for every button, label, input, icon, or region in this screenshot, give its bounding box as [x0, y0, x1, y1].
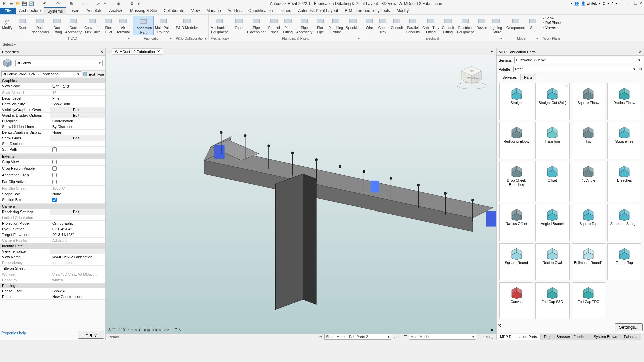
part-drop-cheek-breeches[interactable]: Drop Cheek Breeches — [499, 161, 533, 202]
close-icon[interactable]: ✕ — [100, 50, 103, 54]
prop-row[interactable]: Graphic Display OptionsEdit... — [0, 113, 105, 118]
properties-help-link[interactable]: Properties help — [1, 331, 78, 339]
prop-row[interactable]: Title on Sheet — [0, 266, 105, 272]
expand-icon[interactable]: ▾ — [489, 49, 495, 54]
menu-issues[interactable]: Issues — [276, 7, 295, 15]
ribbon-duct-accessory[interactable]: DuctAccessory — [64, 16, 83, 35]
prop-row[interactable]: Detail LevelFine — [0, 96, 105, 101]
prop-row[interactable]: Annotation Crop — [0, 172, 105, 179]
part-square-tee[interactable]: Square Tee — [607, 122, 641, 159]
part-straight[interactable]: Straight — [499, 83, 533, 120]
part-bellmouth-round1[interactable]: Bellmouth Round1 — [572, 243, 605, 280]
part-end-cap-s-d[interactable]: End Cap S&D — [535, 282, 569, 319]
ribbon-mechanical-equipment[interactable]: MechanicalEquipment — [209, 16, 230, 35]
prop-row[interactable]: Crop View — [0, 159, 105, 166]
ribbon-cable-tray-fitting[interactable]: Cable TrayFitting — [421, 16, 441, 35]
menu-autodesk-point-layout[interactable]: Autodesk Point Layout — [294, 7, 341, 15]
ribbon-air-terminal[interactable]: AirTerminal — [115, 16, 131, 35]
ribbon-flex-duct[interactable]: FlexDuct — [102, 16, 115, 35]
ribbon-sprinkler[interactable]: Sprinkler — [344, 16, 361, 31]
part-transition[interactable]: Transition — [535, 122, 569, 159]
menu-architecture[interactable]: Architecture — [16, 7, 44, 15]
search-icon[interactable]: • — [571, 2, 572, 6]
ribbon-duct[interactable]: Duct — [16, 16, 29, 31]
menu-collaborate[interactable]: Collaborate — [160, 7, 187, 15]
view-control-bar[interactable]: 3/4" = 1'-0" ▫ ☼ ◈ ◐ ◑ ▥ ◇ ◆ ◈ ⊙ ⟳ ⊡ ☰ < — [108, 328, 181, 332]
ribbon-pipe-placeholder[interactable]: PipePlaceholder — [246, 16, 267, 35]
ribbon-p-id-modeler[interactable]: P&ID Modeler — [175, 16, 199, 31]
bottom-tab[interactable]: System Browser - Fabric... — [590, 334, 641, 340]
bottom-tab[interactable]: Project Browser - Fabric... — [541, 334, 590, 340]
service-combo[interactable]: Ductwork: +2in WG▾ — [514, 57, 642, 63]
prop-row[interactable]: Target Elevation20' 3 41/128" — [0, 232, 105, 238]
apply-button[interactable]: Apply — [78, 331, 104, 339]
part-angled-branch[interactable]: Angled Branch — [535, 204, 569, 241]
close-icon[interactable]: ✕ — [639, 50, 642, 54]
prop-row[interactable]: Visibility/Graphics Overri...Edit... — [0, 107, 105, 113]
workset-combo[interactable]: Sheet Metal - Fab Parts 2▾ — [324, 334, 391, 340]
ribbon-pipe-fitting[interactable]: PipeFitting — [281, 16, 295, 35]
ribbon-pipe-accessory[interactable]: PipeAccessory — [295, 16, 314, 35]
prop-row[interactable]: DependencyIndependent — [0, 260, 105, 266]
ribbon-flex-pipe[interactable]: FlexPipe — [314, 16, 327, 35]
design-option-combo[interactable]: Main Model▾ — [409, 334, 476, 340]
part-square-round[interactable]: Square-Round — [499, 243, 533, 280]
prop-row[interactable]: Eye Elevation62' 6 45/64" — [0, 226, 105, 232]
close-icon[interactable]: ✕ — [157, 49, 160, 54]
part-offset[interactable]: Offset — [535, 161, 569, 202]
help-icon[interactable]: ? — [611, 2, 613, 6]
instance-name[interactable]: 3D View: W-MDuct-L2 Fabrication ▾ — [1, 71, 81, 77]
close-button[interactable]: ✕ — [639, 1, 642, 6]
prop-row[interactable]: Rendering SettingsEdit... — [0, 209, 105, 215]
menu-systems[interactable]: Systems — [44, 7, 66, 15]
part-tap[interactable]: Tap — [572, 122, 605, 159]
part-rect-to-oval[interactable]: Rect to Oval — [535, 243, 569, 280]
prop-row[interactable]: Far Clip Active — [0, 179, 105, 186]
prop-row[interactable]: Camera PositionAdjusting — [0, 238, 105, 243]
tab-parts[interactable]: Parts — [520, 74, 536, 80]
ribbon-component[interactable]: Component — [505, 16, 526, 31]
menu-annotate[interactable]: Annotate — [83, 7, 106, 15]
select-dropdown[interactable]: Select ▾ — [3, 42, 16, 47]
part-square-elbow[interactable]: Square Elbow — [572, 83, 605, 120]
save-icon[interactable]: 💾 — [22, 1, 27, 6]
part-straight-cut-2xl-[interactable]: ✕Straight Cut (2xL) — [535, 83, 569, 120]
bottom-tab[interactable]: MEP Fabrication Parts — [497, 334, 541, 340]
part-round-tap[interactable]: Round Tap — [607, 243, 641, 280]
measure-icon[interactable]: ↗ — [96, 1, 101, 6]
print-icon[interactable]: 🖶 — [69, 1, 74, 6]
view-cube[interactable]: FRONT RIGHT TOP — [455, 61, 488, 91]
ribbon-multi-point-routing[interactable]: Multi-PointRouting — [154, 16, 173, 35]
prop-row[interactable]: Default Analysis Display ...None — [0, 130, 105, 135]
ribbon-conduit-fitting[interactable]: ConduitFitting — [441, 16, 455, 35]
prop-row[interactable]: PhaseNew Construction — [0, 294, 105, 300]
ribbon-set[interactable]: Set — [526, 16, 539, 31]
tool-icon[interactable]: ⚙ — [129, 1, 135, 6]
prop-row[interactable]: Parts VisibilityShow Both — [0, 101, 105, 107]
open-icon[interactable]: ☰ — [8, 1, 14, 6]
ribbon-pipe[interactable]: Pipe — [232, 16, 246, 31]
ribbon-wire[interactable]: Wire — [363, 16, 376, 31]
prop-row[interactable]: Show Hidden LinesBy Discipline — [0, 124, 105, 130]
ribbon-parallel-pipes[interactable]: ParallelPipes — [267, 16, 281, 35]
restore-button[interactable]: ❐ — [634, 1, 637, 6]
sync-icon[interactable]: 🔄 — [29, 1, 34, 6]
prop-row[interactable]: Locked Orientation — [0, 215, 105, 221]
ribbon-plumbing-fixture[interactable]: PlumbingFixture — [327, 16, 344, 35]
part-radius-offset[interactable]: Radius Offset — [499, 204, 533, 241]
menu-analyze[interactable]: Analyze — [106, 7, 127, 15]
palette-combo[interactable]: Rect▾ — [513, 66, 637, 72]
tag-icon[interactable]: ◈ — [116, 1, 121, 6]
prop-row[interactable]: Far Clip Offset1000' 0" — [0, 186, 105, 191]
prop-row[interactable]: DisciplineCoordination — [0, 118, 105, 124]
prop-row[interactable]: Crop Region Visible — [0, 166, 105, 172]
remove-icon[interactable]: ✕ — [565, 84, 568, 88]
ribbon-device[interactable]: Device — [475, 16, 488, 31]
quick-access-toolbar[interactable]: R ☰ 📂 💾 🔄 · ↶ · ↷ · 🖶 · ⟵ · ↗ A · ◈ · ⚙ … — [2, 1, 141, 6]
menu-modify[interactable]: Modify — [393, 7, 412, 15]
part-radius-elbow[interactable]: Radius Elbow — [607, 83, 641, 120]
ribbon-show[interactable]: ▫ Show — [543, 16, 554, 20]
part-square-tap[interactable]: Square Tap — [572, 204, 605, 241]
dimension-icon[interactable]: ⟵ — [82, 1, 88, 6]
ribbon-lighting-fixture[interactable]: LightingFixture — [488, 16, 503, 35]
